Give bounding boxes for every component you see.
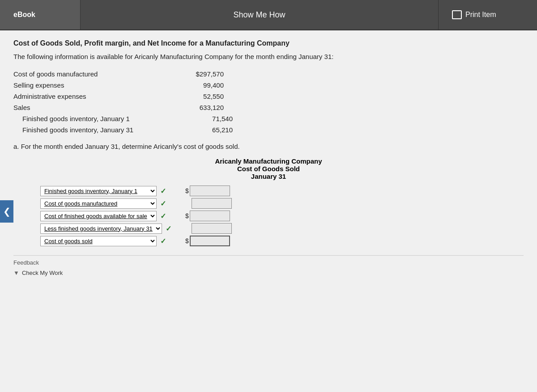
- dropdown-0[interactable]: Finished goods inventory, January 1: [40, 186, 157, 196]
- data-row: Finished goods inventory, January 1 71,5…: [22, 115, 524, 122]
- data-value-1: 99,400: [170, 81, 224, 89]
- dropdown-3[interactable]: Less finished goods inventory, January 3…: [40, 223, 162, 234]
- data-value-3: 633,120: [170, 104, 224, 111]
- feedback-section: Feedback ▼ Check My Work: [13, 255, 524, 276]
- check-my-work-button[interactable]: ▼ Check My Work: [13, 270, 524, 276]
- dollar-sign-2: $: [185, 212, 189, 219]
- show-me-how-button[interactable]: Show Me How: [81, 0, 439, 30]
- input-field-2[interactable]: [190, 211, 230, 221]
- data-label-1: Selling expenses: [13, 81, 170, 89]
- dropdown-2[interactable]: Cost of finished goods available for sal…: [40, 211, 157, 221]
- dropdown-4[interactable]: Cost of goods sold: [40, 236, 157, 246]
- report-date: January 31: [13, 173, 524, 180]
- company-name: Aricanly Manufacturing Company: [13, 157, 524, 165]
- check-my-work-label: Check My Work: [22, 270, 63, 276]
- data-row: Cost of goods manufactured $297,570: [13, 70, 524, 78]
- ebook-label: eBook: [13, 11, 35, 19]
- nav-back-button[interactable]: ❮: [0, 200, 13, 223]
- check-icon-0: ✓: [160, 187, 166, 195]
- dollar-sign-4: $: [185, 237, 189, 244]
- page-subtitle: The following information is available f…: [13, 52, 524, 61]
- form-row-4: Cost of goods sold ✓ $: [40, 236, 524, 246]
- toolbar: eBook Show Me How Print Item: [0, 0, 537, 30]
- input-field-1[interactable]: [192, 198, 232, 209]
- show-me-how-label: Show Me How: [233, 10, 285, 20]
- input-field-3[interactable]: [192, 223, 232, 234]
- main-content: ❮ Cost of Goods Sold, Profit margin, and…: [0, 30, 537, 392]
- feedback-label: Feedback: [13, 259, 524, 266]
- back-arrow-icon: ❮: [3, 206, 11, 217]
- check-icon-4: ✓: [160, 237, 166, 245]
- question-a: a. For the month ended January 31, deter…: [13, 143, 524, 150]
- form-row-1: Cost of goods manufactured ✓: [40, 198, 524, 209]
- check-icon-2: ✓: [160, 212, 166, 220]
- data-label-2: Administrative expenses: [13, 93, 170, 100]
- page-title: Cost of Goods Sold, Profit margin, and N…: [13, 39, 524, 47]
- input-field-4[interactable]: [190, 236, 230, 246]
- data-row: Finished goods inventory, January 31 65,…: [22, 126, 524, 134]
- checkmark-icon: ▼: [13, 270, 19, 276]
- data-row: Selling expenses 99,400: [13, 81, 524, 89]
- data-label-5: Finished goods inventory, January 31: [22, 126, 179, 134]
- print-item-label: Print Item: [465, 11, 496, 19]
- form-row-0: Finished goods inventory, January 1 ✓ $: [40, 185, 524, 196]
- check-icon-1: ✓: [160, 199, 166, 208]
- report-title: Cost of Goods Sold: [13, 165, 524, 173]
- data-row: Administrative expenses 52,550: [13, 93, 524, 100]
- form-row-2: Cost of finished goods available for sal…: [40, 211, 524, 221]
- input-field-0[interactable]: [190, 185, 230, 196]
- data-value-5: 65,210: [179, 126, 233, 134]
- data-label-3: Sales: [13, 104, 170, 111]
- print-icon: [452, 10, 462, 19]
- data-value-2: 52,550: [170, 93, 224, 100]
- ebook-button[interactable]: eBook: [0, 0, 81, 30]
- form-row-3: Less finished goods inventory, January 3…: [40, 223, 524, 234]
- data-label-4: Finished goods inventory, January 1: [22, 115, 179, 122]
- dropdown-1[interactable]: Cost of goods manufactured: [40, 198, 157, 209]
- data-value-0: $297,570: [170, 70, 224, 78]
- data-table: Cost of goods manufactured $297,570 Sell…: [13, 70, 524, 134]
- company-header: Aricanly Manufacturing Company Cost of G…: [13, 157, 524, 180]
- form-area: Finished goods inventory, January 1 ✓ $ …: [40, 185, 524, 246]
- data-value-4: 71,540: [179, 115, 233, 122]
- data-label-0: Cost of goods manufactured: [13, 70, 170, 78]
- data-row: Sales 633,120: [13, 104, 524, 111]
- check-icon-3: ✓: [166, 224, 171, 233]
- dollar-sign-0: $: [185, 187, 189, 194]
- print-item-button[interactable]: Print Item: [439, 0, 537, 30]
